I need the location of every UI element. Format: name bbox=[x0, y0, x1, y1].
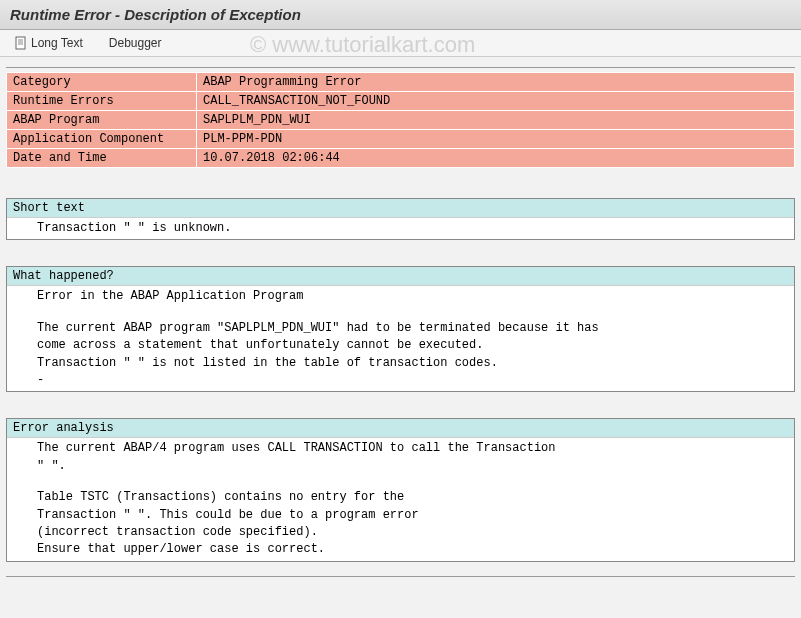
text-line: Table TSTC (Transactions) contains no en… bbox=[7, 489, 794, 506]
info-label: Runtime Errors bbox=[7, 92, 197, 111]
what-happened-box: What happened? Error in the ABAP Applica… bbox=[6, 266, 795, 392]
text-line: Ensure that upper/lower case is correct. bbox=[7, 541, 794, 558]
toolbar: Long Text Debugger bbox=[0, 30, 801, 57]
info-value: ABAP Programming Error bbox=[197, 73, 795, 92]
text-line: come across a statement that unfortunate… bbox=[7, 337, 794, 354]
info-label: Category bbox=[7, 73, 197, 92]
text-line: Transaction " " is not listed in the tab… bbox=[7, 355, 794, 372]
short-text-box: Short text Transaction " " is unknown. bbox=[6, 198, 795, 240]
info-label: Date and Time bbox=[7, 149, 197, 168]
text-line bbox=[7, 306, 794, 320]
info-value: CALL_TRANSACTION_NOT_FOUND bbox=[197, 92, 795, 111]
info-row: Application ComponentPLM-PPM-PDN bbox=[7, 130, 795, 149]
document-icon bbox=[14, 36, 28, 50]
text-line: The current ABAP/4 program uses CALL TRA… bbox=[7, 440, 794, 457]
info-row: ABAP ProgramSAPLPLM_PDN_WUI bbox=[7, 111, 795, 130]
short-text-body: Transaction " " is unknown. bbox=[7, 218, 794, 239]
short-text-header: Short text bbox=[7, 199, 794, 218]
error-analysis-box: Error analysis The current ABAP/4 progra… bbox=[6, 418, 795, 561]
info-label: ABAP Program bbox=[7, 111, 197, 130]
info-label: Application Component bbox=[7, 130, 197, 149]
info-row: Runtime ErrorsCALL_TRANSACTION_NOT_FOUND bbox=[7, 92, 795, 111]
text-line: The current ABAP program "SAPLPLM_PDN_WU… bbox=[7, 320, 794, 337]
text-line: (incorrect transaction code specified). bbox=[7, 524, 794, 541]
info-row: CategoryABAP Programming Error bbox=[7, 73, 795, 92]
text-line bbox=[7, 475, 794, 489]
info-value: 10.07.2018 02:06:44 bbox=[197, 149, 795, 168]
text-line: Transaction " ". This could be due to a … bbox=[7, 507, 794, 524]
text-line: Transaction " " is unknown. bbox=[7, 220, 794, 237]
page-title: Runtime Error - Description of Exception bbox=[10, 6, 301, 23]
bottom-separator bbox=[6, 576, 795, 577]
info-value: SAPLPLM_PDN_WUI bbox=[197, 111, 795, 130]
what-happened-body: Error in the ABAP Application ProgramThe… bbox=[7, 286, 794, 391]
long-text-label: Long Text bbox=[31, 36, 83, 50]
svg-rect-0 bbox=[16, 37, 25, 49]
what-happened-header: What happened? bbox=[7, 267, 794, 286]
debugger-label: Debugger bbox=[109, 36, 162, 50]
content-area: CategoryABAP Programming ErrorRuntime Er… bbox=[0, 57, 801, 587]
error-analysis-body: The current ABAP/4 program uses CALL TRA… bbox=[7, 438, 794, 560]
text-line: Error in the ABAP Application Program bbox=[7, 288, 794, 305]
text-line: " ". bbox=[7, 458, 794, 475]
error-info-table: CategoryABAP Programming ErrorRuntime Er… bbox=[6, 72, 795, 168]
error-analysis-header: Error analysis bbox=[7, 419, 794, 438]
long-text-button[interactable]: Long Text bbox=[10, 34, 87, 52]
separator bbox=[6, 67, 795, 68]
debugger-button[interactable]: Debugger bbox=[105, 34, 166, 52]
title-bar: Runtime Error - Description of Exception bbox=[0, 0, 801, 30]
text-line: - bbox=[7, 372, 794, 389]
info-value: PLM-PPM-PDN bbox=[197, 130, 795, 149]
info-row: Date and Time10.07.2018 02:06:44 bbox=[7, 149, 795, 168]
